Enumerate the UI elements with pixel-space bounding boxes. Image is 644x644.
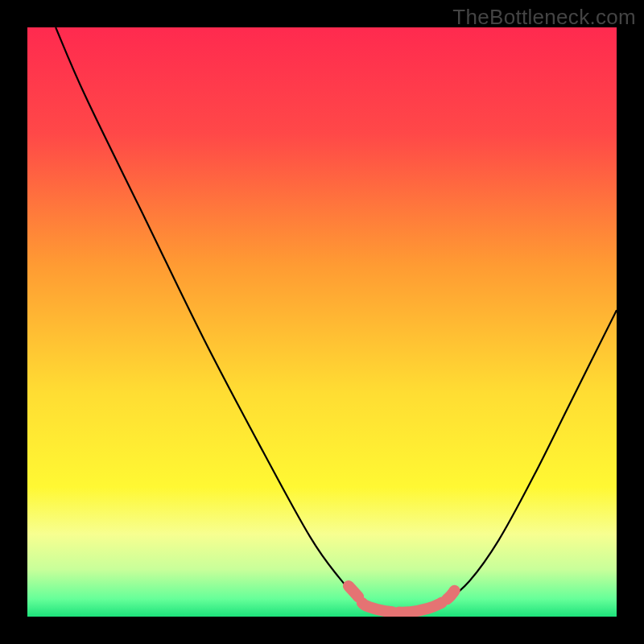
watermark-text: TheBottleneck.com: [452, 5, 636, 30]
bottleneck-curve: [56, 27, 617, 613]
plot-area: [27, 27, 617, 617]
highlight-band: [349, 586, 455, 613]
curve-layer: [27, 27, 617, 617]
